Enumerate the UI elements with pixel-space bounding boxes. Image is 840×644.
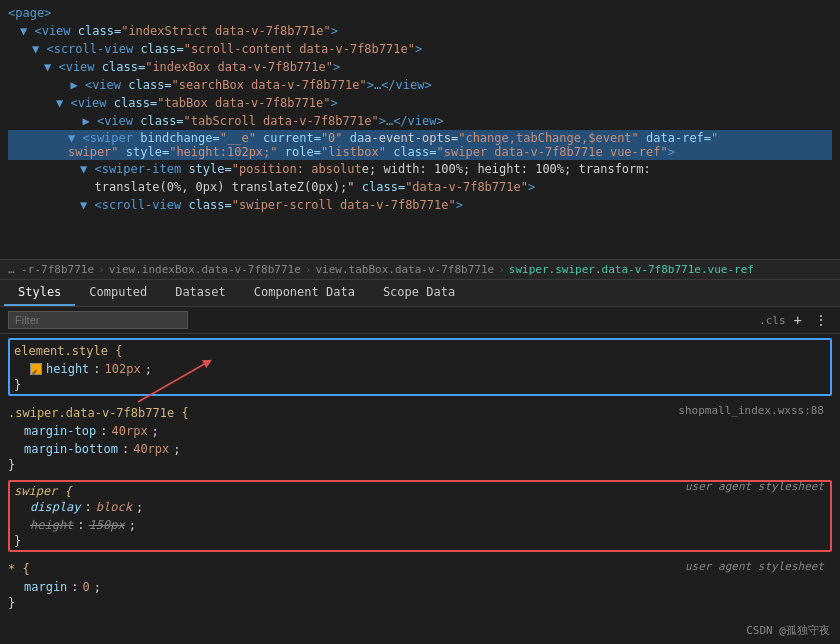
tab-styles[interactable]: Styles [4,280,75,306]
cls-label: .cls [759,314,786,327]
css-close-brace: } [14,378,826,392]
html-tree: <page> ▼ <view class="indexStrict data-v… [0,0,840,260]
tree-line: ▶ <view class="searchBox data-v-7f8b771e… [8,76,832,94]
breadcrumb-item-active[interactable]: swiper.swiper.data-v-7f8b771e.vue-ref [509,263,754,276]
tree-line: ▶ <view class="tabScroll data-v-7f8b771e… [8,112,832,130]
add-class-button[interactable]: + [790,312,806,328]
css-close-brace: } [8,458,832,472]
breadcrumb-item[interactable]: … -r-7f8b771e [8,263,94,276]
css-property-line: margin-top: 40rpx; [8,422,832,440]
filter-input[interactable] [8,311,188,329]
css-selector: element.style { [14,342,826,360]
tree-line: translate(0%, 0px) translateZ(0px);" cla… [8,178,832,196]
css-close-brace: } [14,534,826,548]
tree-line: <page> [8,4,832,22]
tree-line: ▼ <swiper-item style="position: absolute… [8,160,832,178]
css-source-label: shopmall_index.wxss:88 [678,404,824,417]
css-source-label: user agent stylesheet [685,560,824,573]
css-source-label: user agent stylesheet [685,480,824,493]
css-property-line: display: block; [14,498,826,516]
breadcrumb-item[interactable]: view.indexBox.data-v-7f8b771e [109,263,301,276]
tab-component-data[interactable]: Component Data [240,280,369,306]
tree-line: ▼ <scroll-view class="swiper-scroll data… [8,196,832,214]
css-rule-universal: user agent stylesheet * { margin: 0; } [8,560,832,610]
tree-line: ▼ <scroll-view class="scroll-content dat… [8,40,832,58]
tab-scope-data[interactable]: Scope Data [369,280,469,306]
css-property-line: height: 102px; [14,360,826,378]
tabs-row: Styles Computed Dataset Component Data S… [0,280,840,307]
css-property-line: margin: 0; [8,578,832,596]
filter-bar: .cls + ⋮ [0,307,840,334]
css-rule-swiper: user agent stylesheet swiper { display: … [8,480,832,552]
breadcrumb-item[interactable]: view.tabBox.data-v-7f8b771e [315,263,494,276]
tree-line: ▼ <view class="tabBox data-v-7f8b771e"> [8,94,832,112]
settings-button[interactable]: ⋮ [810,312,832,328]
css-rule-swiper-data: shopmall_index.wxss:88 .swiper.data-v-7f… [8,404,832,472]
highlighted-tree-line[interactable]: ▼ <swiper bindchange="__e" current="0" d… [8,130,832,160]
property-checkbox[interactable] [30,363,42,375]
tab-dataset[interactable]: Dataset [161,280,240,306]
tab-computed[interactable]: Computed [75,280,161,306]
tree-line: ▼ <view class="indexBox data-v-7f8b771e"… [8,58,832,76]
watermark: CSDN @孤独守夜 [746,623,830,638]
css-property-line: margin-bottom: 40rpx; [8,440,832,458]
tree-line: ▼ <view class="indexStrict data-v-7f8b77… [8,22,832,40]
css-close-brace: } [8,596,832,610]
css-rule-element-style: element.style { height: 102px; } [8,338,832,396]
css-property-line: height: 150px; [14,516,826,534]
css-panel: element.style { height: 102px; } [0,334,840,638]
breadcrumb: … -r-7f8b771e › view.indexBox.data-v-7f8… [0,260,840,280]
